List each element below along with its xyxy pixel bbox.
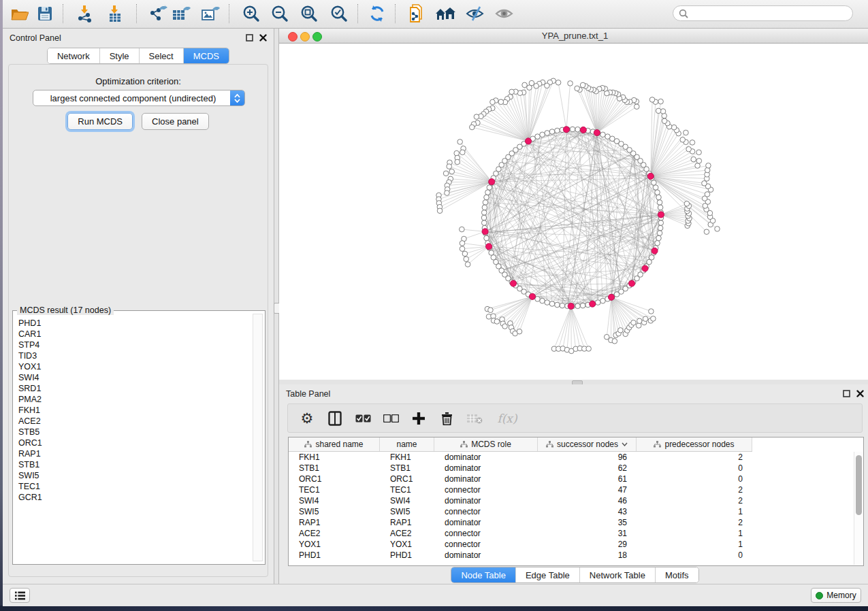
close-panel-icon[interactable] [856, 390, 864, 397]
zoom-in-button[interactable] [240, 3, 263, 24]
graph-leaf-node[interactable] [445, 191, 450, 196]
import-table-button[interactable] [103, 3, 127, 24]
graph-leaf-node[interactable] [706, 163, 711, 169]
graph-leaf-node[interactable] [580, 82, 585, 88]
graph-leaf-node[interactable] [443, 171, 449, 176]
refresh-button[interactable] [366, 3, 389, 24]
mcds-node-item[interactable]: YOX1 [14, 361, 253, 372]
graph-mcds-hub-node[interactable] [510, 280, 516, 286]
graph-mcds-hub-node[interactable] [563, 127, 569, 133]
graph-leaf-node[interactable] [502, 324, 508, 329]
export-table-button[interactable] [170, 3, 193, 24]
graph-leaf-node[interactable] [691, 156, 696, 162]
graph-leaf-node[interactable] [651, 316, 656, 322]
mcds-node-item[interactable]: PMA2 [14, 394, 253, 405]
graph-ring-node[interactable] [600, 132, 606, 137]
graph-leaf-node[interactable] [465, 262, 470, 267]
graph-ring-node[interactable] [656, 235, 662, 241]
tab-node-table[interactable]: Node Table [451, 567, 515, 582]
graph-leaf-node[interactable] [715, 227, 720, 232]
tab-motifs[interactable]: Motifs [655, 567, 698, 582]
graph-ring-node[interactable] [575, 303, 581, 309]
select-all-columns-button[interactable] [355, 410, 371, 427]
graph-leaf-node[interactable] [462, 251, 468, 257]
graph-ring-node[interactable] [483, 200, 488, 205]
graph-ring-node[interactable] [570, 127, 575, 132]
network-canvas[interactable] [279, 44, 868, 380]
mcds-node-item[interactable]: STB1 [14, 459, 253, 470]
hide-selected-button[interactable] [464, 3, 487, 24]
column-header-successor-nodes[interactable]: successor nodes [538, 437, 637, 451]
mcds-node-item[interactable]: RAP1 [14, 448, 253, 459]
graph-leaf-node[interactable] [460, 241, 465, 246]
table-row-ace2[interactable]: ACE2ACE2connector311 [289, 528, 752, 539]
graph-leaf-node[interactable] [680, 137, 686, 143]
graph-mcds-hub-node[interactable] [628, 280, 634, 286]
column-header-name[interactable]: name [380, 437, 434, 451]
graph-ring-node[interactable] [595, 300, 600, 306]
graph-leaf-node[interactable] [522, 82, 528, 88]
graph-leaf-node[interactable] [658, 99, 664, 104]
graph-leaf-node[interactable] [649, 97, 655, 103]
graph-mcds-hub-node[interactable] [489, 179, 495, 185]
graph-ring-node[interactable] [481, 220, 487, 226]
column-header-shared-name[interactable]: shared name [289, 437, 380, 451]
graph-ring-node[interactable] [555, 128, 560, 133]
table-row-tec1[interactable]: TEC1TEC1connector472 [289, 484, 752, 495]
graph-ring-node[interactable] [549, 129, 555, 135]
graph-leaf-node[interactable] [447, 164, 452, 169]
mcds-list-scrollbar[interactable] [253, 314, 263, 561]
mcds-node-item[interactable]: TEC1 [14, 481, 253, 492]
mcds-node-item[interactable]: ACE2 [14, 416, 253, 427]
graph-mcds-hub-node[interactable] [590, 301, 596, 307]
graph-ring-node[interactable] [658, 220, 664, 226]
delete-column-button[interactable] [438, 410, 455, 427]
task-history-button[interactable] [10, 588, 30, 603]
horizontal-splitter[interactable] [279, 380, 868, 384]
export-network-button[interactable] [146, 3, 170, 24]
graph-leaf-node[interactable] [455, 159, 460, 165]
memory-button[interactable]: Memory [811, 588, 861, 603]
graph-ring-node[interactable] [655, 190, 660, 195]
close-panel-button[interactable]: Close panel [142, 113, 209, 130]
vertical-splitter[interactable] [274, 29, 279, 584]
show-all-button[interactable] [493, 3, 516, 24]
optimization-criterion-select[interactable]: largest connected component (undirected) [33, 90, 245, 106]
graph-ring-node[interactable] [657, 231, 662, 236]
graph-ring-node[interactable] [600, 298, 606, 303]
graph-leaf-node[interactable] [534, 84, 539, 89]
graph-mcds-hub-node[interactable] [608, 294, 614, 300]
graph-ring-node[interactable] [540, 132, 545, 137]
graph-ring-node[interactable] [484, 195, 489, 200]
save-session-button[interactable] [33, 3, 57, 24]
import-network-button[interactable] [74, 3, 97, 24]
show-columns-button[interactable] [327, 410, 343, 427]
zoom-out-button[interactable] [268, 3, 291, 24]
search-input[interactable] [673, 5, 853, 21]
graph-leaf-node[interactable] [695, 163, 701, 169]
graph-leaf-node[interactable] [702, 181, 707, 186]
graph-leaf-node[interactable] [490, 99, 496, 105]
open-file-button[interactable] [8, 3, 31, 24]
graph-leaf-node[interactable] [612, 339, 617, 344]
table-row-swi5[interactable]: SWI5SWI5connector431 [289, 506, 752, 517]
clone-network-button[interactable] [404, 3, 428, 24]
graph-ring-node[interactable] [484, 235, 489, 241]
graph-ring-node[interactable] [482, 205, 487, 210]
float-panel-icon[interactable] [246, 34, 253, 42]
graph-mcds-hub-node[interactable] [525, 138, 531, 144]
graph-ring-node[interactable] [656, 195, 662, 200]
graph-leaf-node[interactable] [460, 227, 465, 232]
graph-leaf-node[interactable] [460, 246, 465, 252]
graph-mcds-hub-node[interactable] [642, 265, 648, 271]
graph-ring-node[interactable] [560, 303, 565, 308]
graph-leaf-node[interactable] [464, 257, 469, 262]
graph-leaf-node[interactable] [498, 99, 504, 105]
float-panel-icon[interactable] [843, 390, 850, 397]
graph-leaf-node[interactable] [517, 329, 522, 334]
graph-mcds-hub-node[interactable] [482, 229, 488, 235]
graph-leaf-node[interactable] [568, 81, 573, 86]
maximize-window-icon[interactable] [312, 32, 322, 42]
tab-style[interactable]: Style [99, 48, 139, 63]
graph-ring-node[interactable] [555, 302, 560, 308]
